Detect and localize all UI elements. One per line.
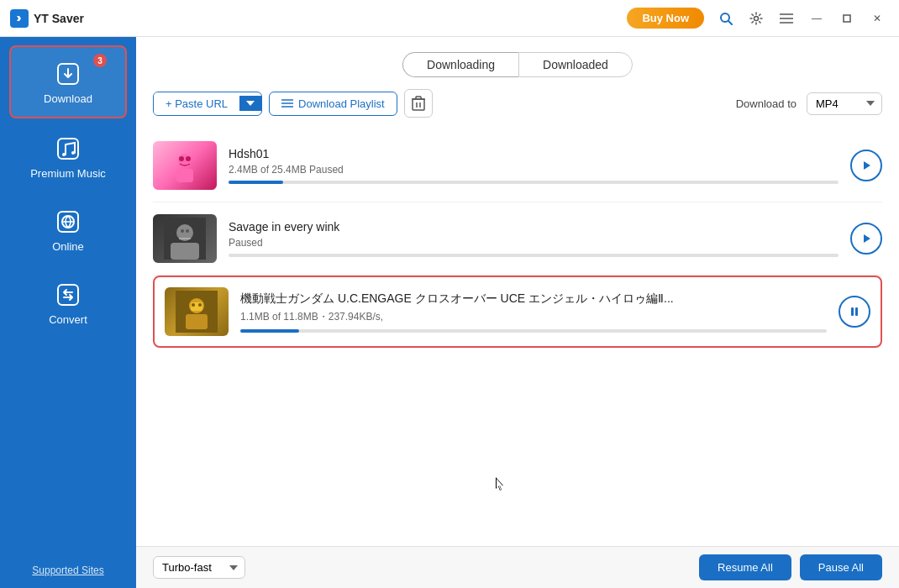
menu-icon[interactable]	[775, 7, 798, 30]
paste-url-main[interactable]: + Paste URL	[154, 92, 239, 115]
settings-icon[interactable]	[744, 7, 768, 30]
logo-icon	[10, 9, 29, 28]
search-icon[interactable]	[714, 7, 738, 30]
thumbnail-hdsh01	[153, 141, 217, 190]
download-item-hdsh01: Hdsh01 2.4MB of 25.4MB Paused	[153, 129, 882, 202]
tab-downloaded[interactable]: Downloaded	[518, 52, 633, 77]
svg-rect-32	[171, 243, 199, 260]
download-item-savage: Savage in every wink Paused	[153, 202, 882, 276]
progress-bg-hdsh01	[229, 181, 839, 184]
item-title-hdsh01: Hdsh01	[229, 147, 839, 160]
paste-url-button[interactable]: + Paste URL	[153, 92, 262, 116]
title-bar-icons: — ✕	[714, 7, 889, 30]
sidebar-item-premium-music[interactable]: Premium Music	[9, 122, 127, 192]
pause-button-gundam[interactable]	[839, 296, 870, 328]
sidebar-download-label: Download	[44, 92, 92, 105]
svg-point-27	[179, 156, 184, 161]
svg-rect-18	[413, 99, 424, 110]
thumbnail-gundam	[165, 287, 229, 336]
svg-point-11	[71, 151, 75, 155]
svg-rect-26	[176, 169, 193, 182]
item-status-gundam: 1.1MB of 11.8MB・237.94KB/s,	[240, 310, 827, 324]
maximize-button[interactable]	[835, 7, 859, 30]
svg-point-28	[186, 156, 191, 161]
download-playlist-label: Download Playlist	[298, 97, 385, 110]
play-button-hdsh01[interactable]	[850, 150, 882, 181]
paste-url-dropdown[interactable]	[239, 96, 261, 111]
download-item-gundam: 機動戦士ガンダム U.C.ENGAGE クロスオーバー UCE エンジェル・ハイ…	[153, 276, 882, 348]
pause-all-button[interactable]: Pause All	[800, 554, 882, 580]
progress-bg-gundam	[240, 329, 827, 333]
item-status-hdsh01: 2.4MB of 25.4MB Paused	[229, 164, 839, 176]
download-list: Hdsh01 2.4MB of 25.4MB Paused	[136, 129, 899, 546]
sidebar-item-online[interactable]: Online	[9, 195, 127, 265]
sidebar: 3 Download Premium Music	[0, 37, 136, 588]
progress-bg-savage	[229, 254, 839, 257]
tab-bar: Downloading Downloaded	[136, 37, 899, 89]
svg-rect-14	[58, 285, 78, 305]
item-title-savage: Savage in every wink	[229, 220, 839, 234]
convert-icon	[53, 280, 83, 310]
online-icon	[53, 207, 83, 237]
sidebar-item-convert[interactable]: Convert	[9, 268, 127, 338]
sidebar-convert-label: Convert	[49, 313, 87, 326]
item-info-gundam: 機動戦士ガンダム U.C.ENGAGE クロスオーバー UCE エンジェル・ハイ…	[240, 291, 827, 333]
progress-fill-gundam	[240, 329, 299, 333]
bottom-bar: Turbo-fast Fast Normal Resume All Pause …	[136, 546, 899, 588]
download-to-label: Download to	[736, 97, 796, 110]
close-button[interactable]: ✕	[865, 7, 889, 30]
turbo-select[interactable]: Turbo-fast Fast Normal	[153, 556, 245, 579]
svg-rect-44	[855, 307, 858, 316]
item-title-gundam: 機動戦士ガンダム U.C.ENGAGE クロスオーバー UCE エンジェル・ハイ…	[240, 291, 827, 307]
delete-button[interactable]	[404, 89, 433, 118]
svg-rect-35	[179, 238, 191, 239]
format-select[interactable]: MP4 MP3 AVI MOV MKV	[807, 92, 882, 115]
svg-point-34	[186, 229, 189, 233]
svg-point-10	[62, 153, 66, 156]
item-info-hdsh01: Hdsh01 2.4MB of 25.4MB Paused	[229, 147, 839, 184]
progress-fill-hdsh01	[229, 181, 283, 184]
svg-point-3	[754, 16, 759, 20]
app-title: YT Saver	[34, 12, 84, 25]
buy-now-button[interactable]: Buy Now	[627, 8, 704, 29]
tab-downloading[interactable]: Downloading	[402, 52, 518, 77]
resume-all-button[interactable]: Resume All	[699, 554, 791, 580]
app-logo: YT Saver	[10, 9, 84, 28]
sidebar-music-label: Premium Music	[30, 167, 106, 180]
supported-sites-link[interactable]: Supported Sites	[32, 553, 103, 588]
toolbar: + Paste URL Download Playlist	[136, 89, 899, 129]
music-icon	[53, 134, 83, 164]
svg-rect-39	[186, 314, 208, 329]
svg-point-41	[192, 303, 195, 307]
minimize-button[interactable]: —	[805, 7, 828, 30]
download-playlist-button[interactable]: Download Playlist	[269, 92, 397, 116]
title-bar: YT Saver Buy Now — ✕	[0, 0, 899, 37]
svg-point-33	[181, 229, 184, 233]
download-badge: 3	[93, 54, 107, 67]
download-icon	[53, 59, 83, 89]
svg-line-2	[728, 21, 732, 24]
sidebar-online-label: Online	[52, 240, 84, 253]
sidebar-item-download[interactable]: 3 Download	[9, 45, 127, 118]
item-info-savage: Savage in every wink Paused	[229, 220, 839, 257]
thumbnail-savage	[153, 214, 217, 263]
svg-marker-29	[864, 161, 870, 170]
svg-marker-36	[864, 234, 870, 243]
play-button-savage[interactable]	[850, 223, 882, 255]
content-area: Downloading Downloaded + Paste URL Downl…	[136, 37, 899, 588]
svg-point-42	[198, 303, 202, 307]
svg-rect-7	[844, 15, 850, 22]
main-layout: 3 Download Premium Music	[0, 37, 899, 588]
item-status-savage: Paused	[229, 237, 839, 249]
svg-rect-43	[851, 307, 854, 316]
